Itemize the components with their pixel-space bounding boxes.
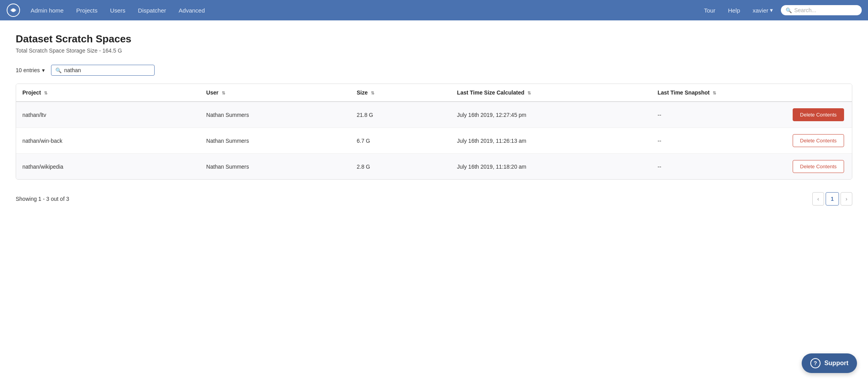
app-logo[interactable]: [6, 3, 20, 17]
cell-size: 6.7 G: [350, 128, 451, 154]
support-button[interactable]: ? Support: [802, 353, 857, 373]
sort-icon-user: ⇅: [222, 91, 225, 96]
nav-users[interactable]: Users: [104, 5, 131, 16]
cell-last-time: July 16th 2019, 11:26:13 am: [451, 128, 651, 154]
nav-dispatcher[interactable]: Dispatcher: [133, 5, 172, 16]
nav-admin-home[interactable]: Admin home: [25, 5, 69, 16]
page-title: Dataset Scratch Spaces: [16, 33, 852, 45]
nav-tour[interactable]: Tour: [699, 5, 720, 16]
delete-contents-button[interactable]: Delete Contents: [793, 134, 844, 147]
main-content: Dataset Scratch Spaces Total Scratch Spa…: [0, 20, 868, 384]
cell-last-time: July 16th 2019, 11:18:20 am: [451, 154, 651, 180]
prev-page-button[interactable]: ‹: [812, 192, 824, 206]
cell-project: nathan/ltv: [16, 102, 200, 128]
nav-user-menu[interactable]: xavier ▾: [748, 4, 778, 16]
table-row: nathan/ltv Nathan Summers 21.8 G July 16…: [16, 102, 852, 128]
nav-links: Admin home Projects Users Dispatcher Adv…: [25, 5, 699, 16]
cell-snapshot: --: [651, 154, 768, 180]
col-header-project[interactable]: Project ⇅: [16, 84, 200, 102]
toolbar: 10 entries ▾ 🔍: [16, 65, 852, 76]
cell-user: Nathan Summers: [200, 128, 350, 154]
delete-contents-button[interactable]: Delete Contents: [793, 108, 844, 121]
col-header-action: [768, 84, 852, 102]
table-row: nathan/win-back Nathan Summers 6.7 G Jul…: [16, 128, 852, 154]
chevron-down-icon: ▾: [770, 7, 773, 14]
navbar: Admin home Projects Users Dispatcher Adv…: [0, 0, 868, 20]
nav-projects[interactable]: Projects: [71, 5, 103, 16]
table-header-row: Project ⇅ User ⇅ Size ⇅ Last Time Size C…: [16, 84, 852, 102]
cell-last-time: July 16th 2019, 12:27:45 pm: [451, 102, 651, 128]
cell-action: Delete Contents: [768, 102, 852, 128]
col-header-size[interactable]: Size ⇅: [350, 84, 451, 102]
col-header-user[interactable]: User ⇅: [200, 84, 350, 102]
cell-action: Delete Contents: [768, 128, 852, 154]
table-search-input[interactable]: [64, 67, 150, 73]
pagination-row: Showing 1 - 3 out of 3 ‹ 1 ›: [16, 191, 852, 207]
cell-size: 21.8 G: [350, 102, 451, 128]
page-1-button[interactable]: 1: [826, 192, 839, 206]
support-icon: ?: [810, 358, 821, 368]
chevron-down-icon: ▾: [42, 67, 45, 73]
nav-search-box: 🔍: [781, 5, 862, 15]
sort-icon-last-time: ⇅: [527, 91, 531, 96]
sort-icon-snapshot: ⇅: [713, 91, 716, 96]
entries-select[interactable]: 10 entries ▾: [16, 67, 45, 73]
pagination-controls: ‹ 1 ›: [812, 192, 852, 206]
sort-icon-size: ⇅: [371, 91, 374, 96]
cell-project: nathan/wikipedia: [16, 154, 200, 180]
nav-advanced[interactable]: Advanced: [173, 5, 210, 16]
cell-snapshot: --: [651, 102, 768, 128]
table-search-box: 🔍: [51, 65, 155, 76]
cell-size: 2.8 G: [350, 154, 451, 180]
support-label: Support: [824, 360, 848, 367]
svg-point-1: [12, 9, 15, 12]
data-table: Project ⇅ User ⇅ Size ⇅ Last Time Size C…: [16, 84, 852, 180]
nav-help[interactable]: Help: [723, 5, 745, 16]
cell-user: Nathan Summers: [200, 102, 350, 128]
next-page-button[interactable]: ›: [841, 192, 852, 206]
table-row: nathan/wikipedia Nathan Summers 2.8 G Ju…: [16, 154, 852, 180]
cell-action: Delete Contents: [768, 154, 852, 180]
cell-project: nathan/win-back: [16, 128, 200, 154]
search-icon: 🔍: [786, 7, 792, 13]
showing-text: Showing 1 - 3 out of 3: [16, 196, 69, 202]
nav-search-input[interactable]: [794, 7, 857, 13]
delete-contents-button[interactable]: Delete Contents: [793, 160, 844, 173]
cell-snapshot: --: [651, 128, 768, 154]
nav-right: Tour Help xavier ▾ 🔍: [699, 4, 862, 16]
sort-icon-project: ⇅: [44, 91, 47, 96]
page-subtitle: Total Scratch Space Storage Size - 164.5…: [16, 47, 852, 54]
col-header-last-time[interactable]: Last Time Size Calculated ⇅: [451, 84, 651, 102]
cell-user: Nathan Summers: [200, 154, 350, 180]
search-icon: 🔍: [55, 67, 62, 73]
col-header-snapshot[interactable]: Last Time Snapshot ⇅: [651, 84, 768, 102]
